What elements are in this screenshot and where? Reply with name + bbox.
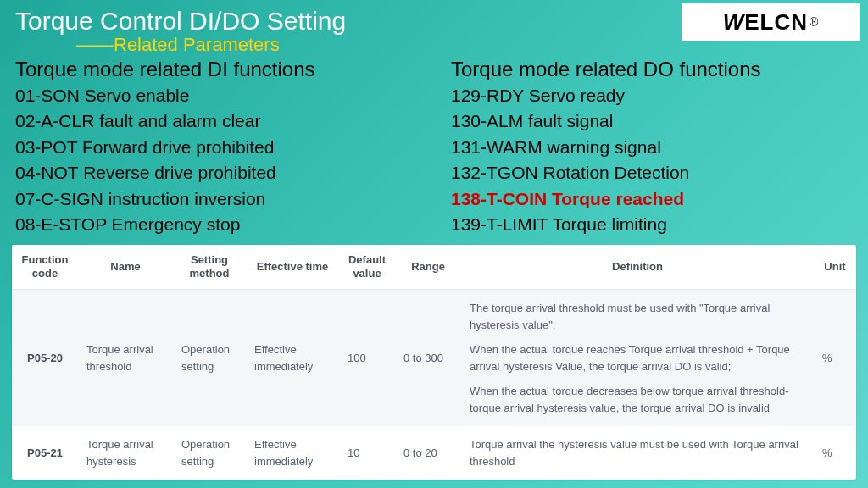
cell-range: 0 to 20 bbox=[395, 426, 461, 480]
params-table-wrap: Function codeNameSetting methodEffective… bbox=[12, 245, 856, 480]
do-item: 139-T-LIMIT Torque limiting bbox=[451, 212, 853, 237]
di-item: 03-POT Forward drive prohibited bbox=[15, 135, 417, 160]
cell-name: Torque arrival hysteresis bbox=[78, 426, 173, 480]
do-heading: Torque mode related DO functions bbox=[451, 58, 853, 81]
logo-reg: ® bbox=[810, 15, 818, 29]
col-header: Function code bbox=[12, 245, 78, 290]
di-item: 01-SON Servo enable bbox=[15, 83, 417, 108]
di-item: 02-A-CLR fault and alarm clear bbox=[15, 108, 417, 134]
params-table: Function codeNameSetting methodEffective… bbox=[12, 245, 856, 480]
do-item: 130-ALM fault signal bbox=[451, 108, 853, 134]
col-header: Unit bbox=[814, 245, 856, 290]
cell-function-code: P05-21 bbox=[12, 426, 78, 480]
col-header: Definition bbox=[461, 245, 814, 290]
definition-paragraph: The torque arrival threshold must be use… bbox=[470, 300, 805, 333]
do-item: 132-TGON Rotation Detection bbox=[451, 160, 853, 186]
cell-unit: % bbox=[814, 426, 856, 480]
di-item: 07-C-SIGN instruction inversion bbox=[15, 186, 417, 212]
logo-text: ELCN bbox=[744, 9, 808, 36]
cell-setting: Operation setting bbox=[173, 426, 246, 480]
table-row: P05-21Torque arrival hysteresisOperation… bbox=[12, 426, 856, 480]
do-item: 129-RDY Servo ready bbox=[451, 83, 853, 108]
cell-unit: % bbox=[814, 290, 856, 427]
cell-default: 10 bbox=[339, 426, 395, 480]
do-item: 138-T-COIN Torque reached bbox=[451, 186, 853, 212]
di-heading: Torque mode related DI functions bbox=[15, 58, 417, 81]
cell-definition: Torque arrival the hysteresis value must… bbox=[461, 426, 814, 480]
di-column: Torque mode related DI functions 01-SON … bbox=[15, 58, 417, 238]
table-row: P05-20Torque arrival thresholdOperation … bbox=[12, 290, 856, 427]
cell-effective: Effective immediately bbox=[246, 290, 339, 427]
di-item: 04-NOT Reverse drive prohibited bbox=[15, 160, 417, 186]
di-item: 08-E-STOP Emergency stop bbox=[15, 212, 417, 237]
cell-range: 0 to 300 bbox=[395, 290, 461, 427]
col-header: Setting method bbox=[173, 245, 246, 290]
col-header: Effective time bbox=[246, 245, 339, 290]
definition-paragraph: When the actual torque decreases below t… bbox=[470, 383, 805, 416]
cell-name: Torque arrival threshold bbox=[78, 290, 173, 427]
logo-mark: W bbox=[723, 9, 743, 36]
col-header: Range bbox=[395, 245, 461, 290]
cell-default: 100 bbox=[339, 290, 395, 427]
cell-effective: Effective immediately bbox=[246, 426, 339, 480]
definition-paragraph: When the actual torque reaches Torque ar… bbox=[470, 341, 805, 374]
do-column: Torque mode related DO functions 129-RDY… bbox=[451, 58, 853, 238]
col-header: Name bbox=[78, 245, 173, 290]
function-columns: Torque mode related DI functions 01-SON … bbox=[0, 56, 868, 238]
cell-setting: Operation setting bbox=[173, 290, 246, 427]
brand-logo: WELCN® bbox=[682, 3, 860, 41]
definition-paragraph: Torque arrival the hysteresis value must… bbox=[470, 436, 805, 469]
do-item: 131-WARM warning signal bbox=[451, 135, 853, 160]
cell-function-code: P05-20 bbox=[12, 290, 78, 427]
cell-definition: The torque arrival threshold must be use… bbox=[461, 290, 814, 427]
col-header: Default value bbox=[339, 245, 395, 290]
table-header-row: Function codeNameSetting methodEffective… bbox=[12, 245, 856, 290]
